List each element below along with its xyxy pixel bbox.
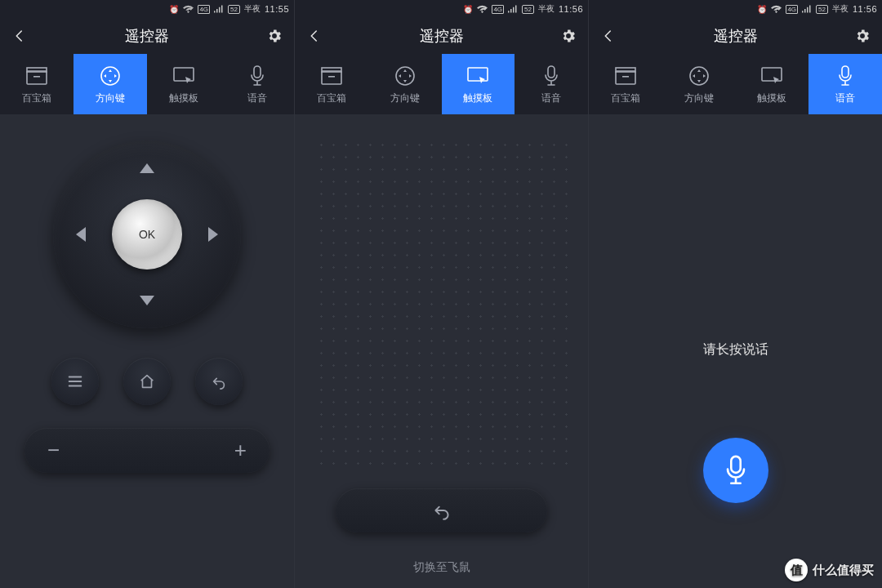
svg-rect-2	[219, 7, 220, 13]
svg-rect-16	[328, 76, 335, 78]
tab-dpad[interactable]: 方向键	[662, 54, 736, 114]
clock: 11:55	[265, 4, 289, 14]
page-title: 遥控器	[420, 26, 464, 46]
voice-record-button[interactable]	[703, 438, 768, 503]
network-icon: 4G	[492, 5, 504, 14]
wifi-icon	[183, 5, 194, 13]
battery-icon: 52	[816, 5, 828, 14]
svg-rect-13	[515, 6, 517, 13]
clock: 11:56	[853, 4, 877, 14]
mode-tabs: 百宝箱 方向键 触摸板 语音	[0, 54, 294, 114]
svg-rect-15	[322, 68, 341, 72]
settings-button[interactable]	[258, 18, 291, 54]
svg-rect-21	[804, 9, 806, 13]
settings-button[interactable]	[846, 18, 879, 54]
mode-tabs: 百宝箱 方向键 触摸板 语音	[589, 54, 882, 114]
touchpad-icon	[466, 64, 489, 88]
svg-rect-14	[322, 71, 341, 84]
tab-touchpad[interactable]: 触摸板	[442, 54, 515, 114]
voice-hint-text: 请长按说话	[589, 341, 882, 359]
tab-toolbox[interactable]: 百宝箱	[0, 54, 74, 114]
tab-voice[interactable]: 语音	[514, 54, 588, 114]
network-icon: 4G	[786, 5, 798, 14]
tab-voice[interactable]: 语音	[220, 54, 294, 114]
tab-voice[interactable]: 语音	[808, 54, 882, 114]
tab-touchpad[interactable]: 触摸板	[147, 54, 220, 114]
screen-dpad: ⏰ 4G 52 半夜 11:55 遥控器 百宝箱	[0, 0, 294, 588]
tab-touchpad-label: 触摸板	[757, 91, 786, 105]
wifi-icon	[771, 5, 782, 13]
svg-rect-9	[254, 66, 261, 78]
screen-voice: ⏰ 4G 52 半夜 11:56 遥控器 百宝箱	[588, 0, 882, 588]
return-button[interactable]	[195, 358, 243, 405]
toolbox-icon	[320, 64, 343, 88]
dpad-page: OK − +	[0, 114, 294, 588]
svg-rect-12	[513, 7, 514, 13]
svg-rect-24	[616, 71, 635, 84]
toolbox-icon	[25, 64, 48, 88]
dpad-down-button[interactable]	[131, 284, 163, 317]
svg-rect-23	[809, 6, 811, 13]
network-icon: 4G	[198, 5, 210, 14]
alarm-icon: ⏰	[463, 5, 473, 14]
menu-button[interactable]	[51, 358, 99, 405]
svg-rect-19	[548, 66, 555, 78]
settings-button[interactable]	[552, 18, 585, 54]
volume-bar: − +	[24, 428, 270, 473]
watermark-badge: 值	[785, 559, 808, 581]
tab-voice-label: 语音	[835, 91, 855, 105]
tab-toolbox-label: 百宝箱	[317, 91, 346, 105]
dpad-left-button[interactable]	[65, 218, 97, 251]
tab-touchpad-label: 触摸板	[463, 91, 492, 105]
switch-mode-link[interactable]: 切换至飞鼠	[295, 560, 588, 575]
svg-rect-10	[508, 11, 510, 12]
svg-rect-6	[33, 76, 40, 78]
dpad-icon	[688, 64, 710, 88]
tab-touchpad-label: 触摸板	[169, 91, 198, 105]
tab-toolbox-label: 百宝箱	[611, 91, 640, 105]
svg-rect-18	[468, 68, 488, 81]
time-label: 半夜	[538, 3, 555, 15]
tab-toolbox[interactable]: 百宝箱	[295, 54, 368, 114]
tab-dpad[interactable]: 方向键	[74, 54, 147, 114]
back-button[interactable]	[298, 18, 331, 54]
watermark-text: 什么值得买	[813, 563, 874, 578]
tab-voice-label: 语音	[541, 91, 561, 105]
svg-rect-8	[174, 68, 194, 81]
dpad-up-button[interactable]	[131, 152, 163, 185]
svg-rect-20	[802, 11, 804, 12]
signal-icon	[508, 5, 518, 13]
back-button[interactable]	[592, 18, 625, 54]
tab-touchpad[interactable]: 触摸板	[736, 54, 809, 114]
touchpad-back-button[interactable]	[336, 488, 547, 532]
volume-down-button[interactable]: −	[47, 438, 60, 463]
dpad-wheel: OK	[53, 140, 241, 328]
voice-icon	[837, 64, 853, 88]
svg-rect-26	[622, 76, 629, 78]
signal-icon	[802, 5, 812, 13]
time-label: 半夜	[832, 3, 849, 15]
alarm-icon: ⏰	[169, 5, 179, 14]
status-bar: ⏰ 4G 52 半夜 11:56	[295, 0, 588, 18]
tab-dpad[interactable]: 方向键	[368, 54, 442, 114]
svg-rect-11	[510, 9, 512, 13]
svg-rect-5	[27, 68, 47, 72]
dpad-right-button[interactable]	[197, 218, 229, 251]
dpad-ok-button[interactable]: OK	[112, 199, 182, 270]
touchpad-area[interactable]	[315, 139, 568, 474]
battery-icon: 52	[522, 5, 534, 14]
volume-up-button[interactable]: +	[234, 438, 247, 463]
tab-voice-label: 语音	[247, 91, 267, 105]
voice-page: 请长按说话	[589, 114, 882, 588]
mode-tabs: 百宝箱 方向键 触摸板 语音	[295, 54, 588, 114]
dpad-icon	[394, 64, 416, 88]
svg-rect-25	[616, 68, 635, 72]
wifi-icon	[477, 5, 488, 13]
status-bar: ⏰ 4G 52 半夜 11:55	[0, 0, 294, 18]
home-button[interactable]	[123, 358, 171, 405]
clock: 11:56	[559, 4, 583, 14]
back-button[interactable]	[3, 18, 36, 54]
navigation-bar: 遥控器	[0, 18, 294, 54]
touchpad-icon	[172, 64, 195, 88]
tab-toolbox[interactable]: 百宝箱	[589, 54, 662, 114]
